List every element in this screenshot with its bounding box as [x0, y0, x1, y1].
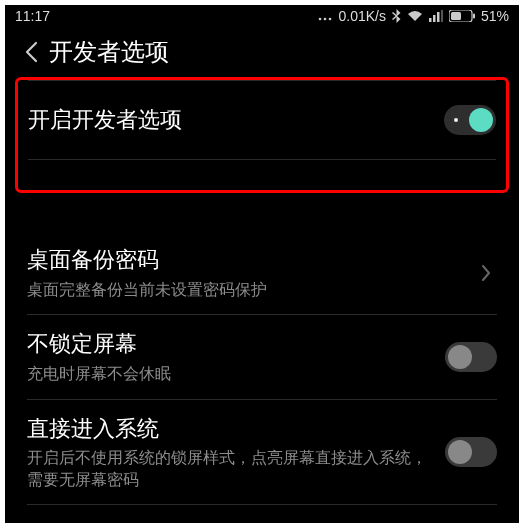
settings-list: 桌面备份密码 桌面完整备份当前未设置密码保护 不锁定屏幕 充电时屏幕不会休眠 直…	[27, 231, 497, 505]
toggle-enable-developer-options[interactable]	[444, 105, 496, 135]
svg-point-1	[324, 18, 327, 21]
svg-rect-9	[473, 14, 475, 19]
svg-rect-8	[451, 12, 461, 20]
bluetooth-icon	[392, 9, 401, 23]
svg-rect-6	[441, 10, 443, 22]
page-title: 开发者选项	[49, 36, 169, 68]
highlight-box: 开启开发者选项	[15, 77, 509, 193]
battery-text: 51%	[481, 8, 509, 24]
svg-rect-4	[433, 15, 436, 22]
toggle-stay-awake[interactable]	[445, 342, 497, 372]
row-title: 桌面备份密码	[27, 245, 465, 275]
svg-rect-3	[429, 18, 432, 22]
row-title: 开启开发者选项	[28, 105, 432, 135]
svg-point-2	[329, 18, 332, 21]
row-direct-system-entry[interactable]: 直接进入系统 开启后不使用系统的锁屏样式，点亮屏幕直接进入系统，需要无屏幕密码	[27, 400, 497, 506]
row-stay-awake[interactable]: 不锁定屏幕 充电时屏幕不会休眠	[27, 315, 497, 399]
battery-icon	[449, 10, 475, 22]
row-enable-developer-options[interactable]: 开启开发者选项	[28, 81, 496, 159]
row-title: 直接进入系统	[27, 414, 433, 444]
network-speed: 0.01K/s	[338, 8, 385, 24]
signal-icon	[429, 10, 443, 22]
chevron-right-icon	[475, 264, 497, 282]
wifi-icon	[407, 10, 423, 22]
row-desktop-backup-password[interactable]: 桌面备份密码 桌面完整备份当前未设置密码保护	[27, 231, 497, 315]
clock: 11:17	[15, 8, 50, 24]
row-title: 不锁定屏幕	[27, 329, 433, 359]
svg-point-0	[319, 18, 322, 21]
row-subtitle: 开启后不使用系统的锁屏样式，点亮屏幕直接进入系统，需要无屏幕密码	[27, 447, 433, 490]
status-bar: 11:17 0.01K/s 51%	[5, 5, 519, 27]
toggle-direct-system-entry[interactable]	[445, 437, 497, 467]
back-button[interactable]	[13, 34, 49, 70]
row-subtitle: 充电时屏幕不会休眠	[27, 363, 433, 385]
header: 开发者选项	[5, 27, 519, 77]
more-icon	[318, 11, 332, 21]
row-subtitle: 桌面完整备份当前未设置密码保护	[27, 279, 465, 301]
screen: 11:17 0.01K/s 51% 开发者选项	[5, 5, 519, 523]
status-right: 0.01K/s 51%	[318, 8, 509, 24]
svg-rect-5	[437, 12, 440, 22]
